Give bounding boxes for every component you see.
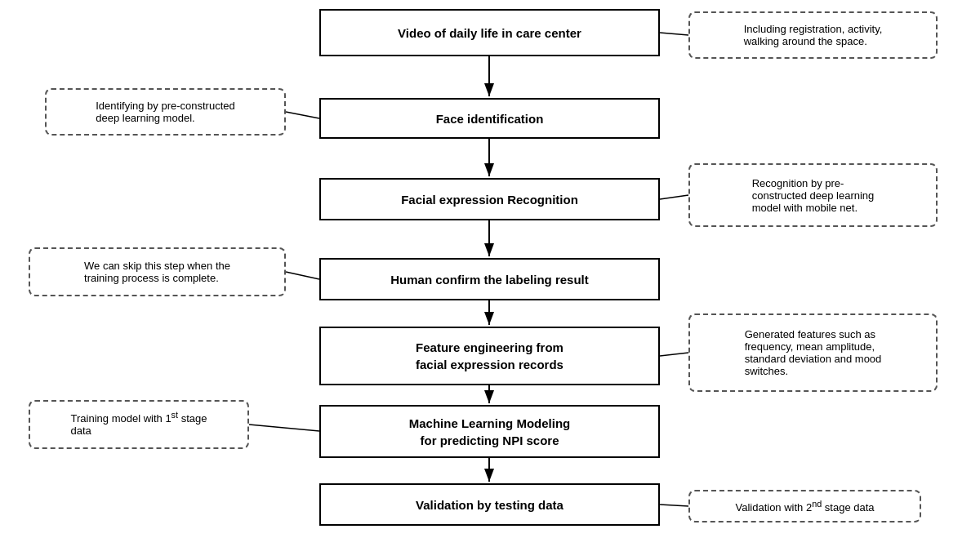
svg-line-11	[660, 505, 688, 506]
flow-box-1-label: Video of daily life in care center	[398, 26, 581, 40]
note-right-3-text: Recognition by pre-constructed deep lear…	[752, 177, 875, 214]
flow-box-2-label: Face identification	[436, 112, 544, 126]
note-left-4: We can skip this step when thetraining p…	[29, 247, 286, 296]
flow-box-1: Video of daily life in care center	[319, 9, 660, 56]
svg-line-13	[286, 272, 319, 279]
flow-box-2: Face identification	[319, 98, 660, 139]
note-left-2-text: Identifying by pre-constructeddeep learn…	[96, 100, 235, 124]
note-right-7-text: Validation with 2nd stage data	[735, 499, 874, 514]
flow-box-3: Facial expression Recognition	[319, 178, 660, 220]
flow-box-7-label: Validation by testing data	[416, 498, 564, 512]
note-left-2: Identifying by pre-constructeddeep learn…	[45, 88, 286, 136]
flow-box-4-label: Human confirm the labeling result	[390, 273, 589, 287]
flow-box-5-label: Feature engineering fromfacial expressio…	[416, 339, 564, 373]
svg-line-10	[660, 353, 688, 356]
note-right-1: Including registration, activity,walking…	[688, 11, 938, 59]
flow-box-6: Machine Learning Modelingfor predicting …	[319, 405, 660, 458]
svg-line-9	[660, 195, 688, 199]
note-right-3: Recognition by pre-constructed deep lear…	[688, 163, 938, 227]
flow-box-3-label: Facial expression Recognition	[401, 193, 578, 207]
flow-box-5: Feature engineering fromfacial expressio…	[319, 327, 660, 385]
note-right-5-text: Generated features such asfrequency, mea…	[745, 328, 882, 377]
note-left-6: Training model with 1st stagedata	[29, 400, 249, 449]
flow-box-4: Human confirm the labeling result	[319, 258, 660, 300]
note-right-5: Generated features such asfrequency, mea…	[688, 313, 938, 392]
svg-line-12	[286, 112, 319, 118]
note-left-4-text: We can skip this step when thetraining p…	[84, 260, 230, 284]
diagram: Video of daily life in care center Face …	[0, 0, 980, 538]
note-left-6-text: Training model with 1st stagedata	[71, 410, 207, 437]
svg-line-8	[660, 33, 688, 35]
note-right-1-text: Including registration, activity,walking…	[744, 23, 883, 47]
svg-line-14	[249, 425, 319, 431]
note-right-7: Validation with 2nd stage data	[688, 490, 921, 522]
flow-box-6-label: Machine Learning Modelingfor predicting …	[409, 415, 571, 449]
flow-box-7: Validation by testing data	[319, 483, 660, 526]
